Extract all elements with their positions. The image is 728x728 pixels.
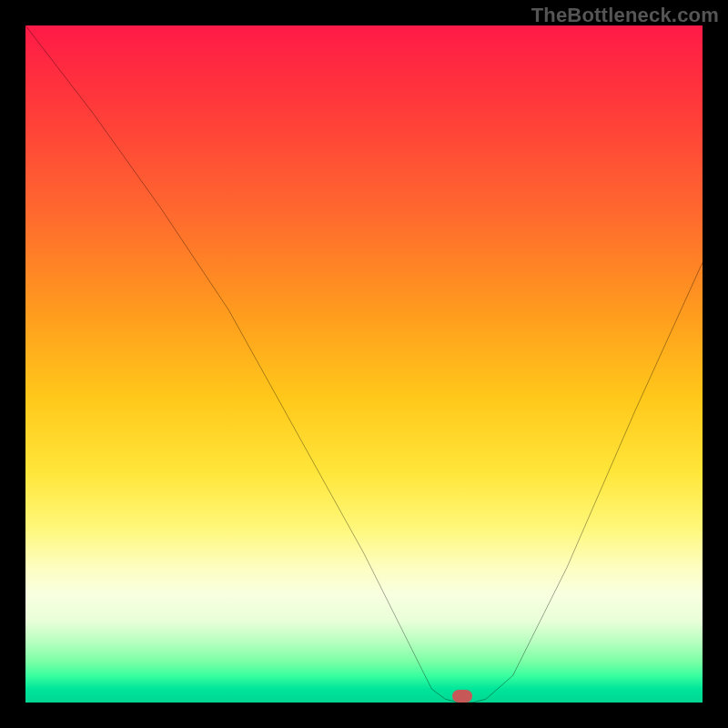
chart-frame: TheBottleneck.com xyxy=(0,0,728,728)
curve-path xyxy=(25,25,703,703)
plot-area xyxy=(25,25,703,703)
watermark-text: TheBottleneck.com xyxy=(531,4,719,27)
optimum-marker xyxy=(452,690,472,703)
bottleneck-curve xyxy=(25,25,703,703)
